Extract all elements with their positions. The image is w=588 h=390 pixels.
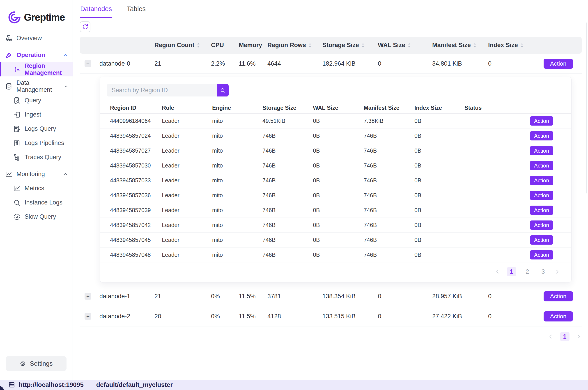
region-list-icon (13, 66, 21, 73)
region-action-button[interactable]: Action (530, 250, 553, 259)
column-header-storage-size[interactable]: Storage Size (322, 42, 378, 49)
regions-pagination: 123 (100, 262, 571, 282)
engine-value: mito (212, 147, 262, 154)
sidebar-item-logs-pipelines[interactable]: Logs Pipelines (0, 136, 73, 150)
collapse-button[interactable]: − (85, 60, 91, 67)
region-action-button[interactable]: Action (530, 116, 553, 126)
role-value: Leader (162, 237, 212, 243)
region-action-button[interactable]: Action (530, 191, 553, 200)
folder-arrow-icon (13, 111, 21, 119)
pagination-prev-button[interactable] (548, 334, 554, 340)
sidebar-item-traces-query[interactable]: Traces Query (0, 150, 73, 164)
region-action-button[interactable]: Action (530, 235, 553, 244)
manifest-size-value: 7.38KiB (364, 118, 414, 124)
sidebar-item-monitoring[interactable]: Monitoring (0, 167, 73, 181)
wal-size-value: 0 (378, 60, 432, 67)
manifest-size-value: 746B (364, 177, 414, 184)
pagination-next-button[interactable] (576, 334, 582, 340)
pagination-page-1[interactable]: 1 (507, 267, 516, 276)
refresh-icon (82, 23, 89, 30)
region-action-button[interactable]: Action (530, 161, 553, 170)
sort-arrows-icon (308, 42, 312, 48)
sidebar-item-instance-logs[interactable]: Instance Logs (0, 195, 73, 210)
sidebar-item-logs-query[interactable]: Logs Query (0, 122, 73, 136)
sliders-icon (13, 139, 21, 147)
region-action-button[interactable]: Action (530, 206, 553, 215)
sidebar-nav: OverviewOperationRegion ManagementData M… (0, 30, 73, 356)
datanode-row: +datanode-2200%11.5%4128133.515 KiB027.4… (80, 306, 582, 326)
sort-arrows-icon (361, 42, 365, 48)
refresh-button[interactable] (80, 21, 90, 32)
document-edit-icon (13, 125, 21, 133)
sidebar-item-data-management[interactable]: Data Management (0, 79, 73, 93)
gear-icon (19, 360, 26, 367)
sidebar-item-operation[interactable]: Operation (0, 48, 73, 62)
region-action-button[interactable]: Action (530, 176, 553, 185)
memory-value: 11.6% (239, 60, 267, 67)
action-button[interactable]: Action (543, 59, 573, 69)
expand-button[interactable]: + (85, 293, 91, 300)
manifest-size-value: 746B (364, 162, 414, 169)
action-button[interactable]: Action (543, 311, 573, 321)
cpu-value: 0% (211, 293, 239, 300)
tab-tables[interactable]: Tables (126, 0, 146, 18)
scrollbar-thumb[interactable] (586, 23, 587, 194)
storage-size-value: 746B (262, 222, 313, 228)
wrench-icon (5, 51, 13, 59)
manifest-size-value: 27.422 KiB (432, 313, 488, 320)
wal-size-value: 0B (313, 192, 364, 199)
storage-size-value: 182.964 KiB (322, 60, 378, 67)
column-header-wal-size[interactable]: WAL Size (378, 42, 432, 49)
role-value: Leader (162, 177, 212, 184)
sidebar-item-label: Slow Query (25, 213, 56, 220)
storage-size-value: 746B (262, 133, 313, 139)
action-button[interactable]: Action (543, 291, 573, 301)
region-id-value: 4483945857033 (110, 177, 162, 184)
manifest-size-value: 746B (364, 207, 414, 213)
cluster-name: default/default_mycluster (96, 381, 173, 389)
chart-line-icon (5, 170, 13, 178)
region-action-button[interactable]: Action (530, 146, 553, 155)
sidebar-item-overview[interactable]: Overview (0, 31, 73, 45)
datanode-name: datanode-0 (95, 60, 154, 67)
sidebar-item-ingest[interactable]: Ingest (0, 107, 73, 122)
region-search-button[interactable] (217, 84, 229, 97)
pagination-prev-button[interactable] (495, 269, 500, 275)
sidebar-item-metrics[interactable]: Metrics (0, 181, 73, 195)
column-header-region-rows[interactable]: Region Rows (267, 42, 322, 49)
storage-size-value: 746B (262, 237, 313, 243)
sort-arrows-icon (473, 42, 477, 48)
sidebar-item-region-management[interactable]: Region Management (0, 62, 73, 76)
region-action-button[interactable]: Action (530, 220, 553, 230)
sort-arrows-icon (520, 42, 524, 48)
settings-button[interactable]: Settings (6, 356, 66, 371)
region-search-input[interactable] (107, 84, 217, 97)
region-search (107, 84, 229, 97)
regions-table: Region IDRoleEngineStorage SizeWAL SizeM… (100, 102, 571, 262)
greptime-logo: Greptime (0, 0, 73, 30)
region-row: 4483945857036Leadermito746B0B746B0BActio… (100, 188, 571, 203)
sidebar-item-query[interactable]: Query (0, 93, 73, 107)
region-action-button[interactable]: Action (530, 131, 553, 141)
pagination-page-2[interactable]: 2 (523, 267, 532, 276)
index-size-value: 0B (414, 251, 464, 258)
index-size-value: 0 (488, 293, 543, 300)
engine-value: mito (212, 133, 262, 139)
tab-datanodes[interactable]: Datanodes (80, 0, 112, 18)
sidebar-item-label: Traces Query (25, 154, 61, 161)
pagination-page-1[interactable]: 1 (560, 332, 570, 341)
column-header-manifest-size[interactable]: Manifest Size (432, 42, 488, 49)
pagination-page-3[interactable]: 3 (539, 267, 548, 276)
sidebar-item-slow-query[interactable]: Slow Query (0, 210, 73, 224)
index-size-value: 0 (488, 60, 543, 67)
index-size-value: 0B (414, 118, 464, 124)
column-header-index-size[interactable]: Index Size (488, 42, 543, 49)
wal-size-value: 0B (313, 251, 364, 258)
region-row: 4483945857027Leadermito746B0B746B0BActio… (100, 143, 571, 158)
sidebar-item-label: Data Management (16, 79, 60, 93)
column-header-region-count[interactable]: Region Count (154, 42, 211, 49)
region-row: 4483945857042Leadermito746B0B746B0BActio… (100, 218, 571, 233)
expand-button[interactable]: + (85, 313, 91, 320)
wal-size-value: 0 (378, 293, 432, 300)
pagination-next-button[interactable] (554, 269, 560, 275)
